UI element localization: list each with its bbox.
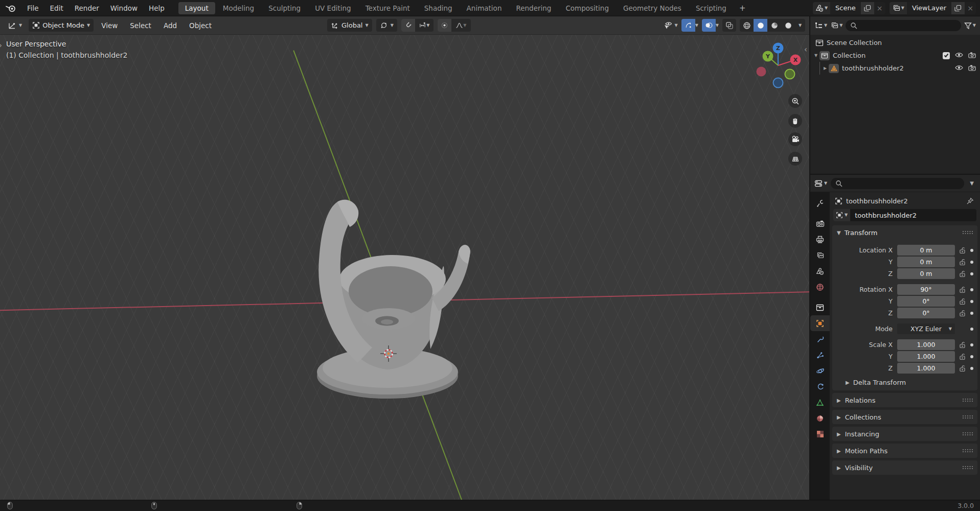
lock-toggle[interactable] xyxy=(959,341,967,349)
pivot-point-dropdown[interactable]: ▼ xyxy=(376,19,397,32)
location-y-input[interactable]: 0 m xyxy=(897,257,955,267)
tab-geometry-nodes[interactable]: Geometry Nodes xyxy=(617,2,688,14)
editor-type-button[interactable]: ▼ xyxy=(4,19,26,32)
chevron-down-icon[interactable]: ▼ xyxy=(695,24,698,28)
drag-grip-icon[interactable] xyxy=(962,415,973,419)
scale-y-input[interactable]: 1.000 xyxy=(897,351,955,362)
outliner-search-input[interactable] xyxy=(846,20,961,31)
lock-toggle[interactable] xyxy=(959,247,967,254)
gizmo-z-neg-axis[interactable] xyxy=(773,78,783,88)
shading-material-button[interactable] xyxy=(767,19,781,32)
snap-target-dropdown[interactable]: ▼ xyxy=(415,19,434,32)
tab-rendering[interactable]: Rendering xyxy=(509,2,558,14)
outliner-filter-button[interactable]: ▼ xyxy=(964,22,976,30)
xray-toggle[interactable] xyxy=(722,19,736,32)
tab-constraint-properties[interactable] xyxy=(810,379,830,394)
blender-logo-icon[interactable] xyxy=(5,4,16,13)
sidebar-expand-icon[interactable]: ‹ xyxy=(804,45,807,54)
proportional-falloff-dropdown[interactable]: ▼ xyxy=(451,19,471,32)
tab-shading[interactable]: Shading xyxy=(418,2,459,14)
animate-toggle[interactable] xyxy=(969,300,974,303)
scene-collection-label[interactable]: Scene Collection xyxy=(827,39,882,47)
tab-render-properties[interactable] xyxy=(810,216,830,231)
shading-dropdown[interactable]: ▼ xyxy=(795,19,805,32)
toggle-ortho-button[interactable] xyxy=(788,152,802,166)
object-label[interactable]: toothbrushholder2 xyxy=(842,64,904,72)
camera-view-button[interactable] xyxy=(788,132,802,146)
lock-toggle[interactable] xyxy=(959,286,967,293)
outliner-row-collection[interactable]: ▼ Collection xyxy=(810,49,980,62)
animate-toggle[interactable] xyxy=(969,355,974,358)
breadcrumb-object-name[interactable]: toothbrushholder2 xyxy=(846,197,908,205)
toothbrushholder-object[interactable] xyxy=(0,35,809,500)
tab-layout[interactable]: Layout xyxy=(178,2,215,14)
menu-add[interactable]: Add xyxy=(159,21,181,30)
shading-solid-button[interactable] xyxy=(754,19,767,32)
tab-texture-paint[interactable]: Texture Paint xyxy=(359,2,417,14)
drag-grip-icon[interactable] xyxy=(962,432,973,436)
lock-toggle[interactable] xyxy=(959,298,967,305)
location-z-input[interactable]: 0 m xyxy=(897,268,955,279)
tab-material-properties[interactable] xyxy=(810,410,830,426)
viewport-canvas[interactable]: User Perspective (1) Collection | toothb… xyxy=(0,35,809,500)
pan-button[interactable] xyxy=(788,114,802,128)
viewlayer-browse-button[interactable]: ▼ xyxy=(890,2,907,14)
object-id-browse-button[interactable]: ▼ xyxy=(833,209,850,221)
chevron-down-icon[interactable]: ▼ xyxy=(675,24,678,28)
outliner-row-object[interactable]: ▶ toothbrushholder2 xyxy=(810,62,980,75)
instancing-panel-header[interactable]: ▶ Instancing xyxy=(832,427,977,441)
object-name-input[interactable]: toothbrushholder2 xyxy=(850,209,976,221)
animate-toggle[interactable] xyxy=(969,343,974,346)
show-object-types-dropdown[interactable] xyxy=(661,19,675,32)
disclosure-open-icon[interactable]: ▼ xyxy=(812,53,819,58)
show-overlays-toggle[interactable] xyxy=(702,19,716,32)
scale-x-input[interactable]: 1.000 xyxy=(897,339,955,350)
tab-scene-properties[interactable] xyxy=(810,263,830,279)
editor-type-button[interactable]: ▼ xyxy=(814,179,827,188)
transform-orientation-dropdown[interactable]: Global ▼ xyxy=(327,19,372,32)
lock-toggle[interactable] xyxy=(959,310,967,317)
scene-browse-button[interactable]: ▼ xyxy=(813,2,830,14)
visibility-panel-header[interactable]: ▶ Visibility xyxy=(832,460,977,475)
menu-edit[interactable]: Edit xyxy=(44,2,69,14)
tab-particle-properties[interactable] xyxy=(810,347,830,363)
lock-toggle[interactable] xyxy=(959,365,967,372)
menu-render[interactable]: Render xyxy=(69,2,105,14)
lock-toggle[interactable] xyxy=(959,270,967,277)
outliner-row-scene-collection[interactable]: Scene Collection xyxy=(810,36,980,49)
animate-toggle[interactable] xyxy=(969,272,974,275)
navigation-gizmo[interactable]: Z Y X xyxy=(753,38,804,89)
tab-modifier-properties[interactable] xyxy=(810,331,830,347)
show-gizmo-toggle[interactable] xyxy=(681,19,695,32)
relations-panel-header[interactable]: ▶ Relations xyxy=(832,393,977,407)
tab-object-properties[interactable] xyxy=(810,315,830,331)
rotation-z-input[interactable]: 0° xyxy=(897,308,955,318)
tab-compositing[interactable]: Compositing xyxy=(559,2,616,14)
remove-viewlayer-button[interactable]: × xyxy=(965,2,976,14)
gizmo-y-neg-axis[interactable] xyxy=(785,69,795,79)
menu-view[interactable]: View xyxy=(97,21,122,30)
properties-search-input[interactable] xyxy=(831,178,964,189)
rotation-x-input[interactable]: 90° xyxy=(897,284,955,295)
tab-scripting[interactable]: Scripting xyxy=(689,2,733,14)
animate-toggle[interactable] xyxy=(969,288,974,291)
collections-panel-header[interactable]: ▶ Collections xyxy=(832,410,977,424)
drag-grip-icon[interactable] xyxy=(962,230,973,235)
pin-icon[interactable] xyxy=(966,197,974,205)
gizmo-x-neg-axis[interactable] xyxy=(757,67,766,77)
chevron-down-icon[interactable]: ▼ xyxy=(716,24,719,28)
animate-toggle[interactable] xyxy=(969,261,974,264)
add-workspace-button[interactable]: + xyxy=(734,2,751,14)
menu-file[interactable]: File xyxy=(21,2,44,14)
lock-toggle[interactable] xyxy=(959,353,967,360)
disable-in-renders-toggle[interactable] xyxy=(968,64,976,73)
proportional-editing-toggle[interactable] xyxy=(438,19,451,32)
tab-modeling[interactable]: Modeling xyxy=(216,2,261,14)
scene-name-field[interactable]: Scene xyxy=(830,2,861,14)
tab-object-data-properties[interactable] xyxy=(810,394,830,410)
transform-panel-header[interactable]: ▼ Transform xyxy=(832,225,977,240)
menu-help[interactable]: Help xyxy=(143,2,170,14)
tab-sculpting[interactable]: Sculpting xyxy=(262,2,307,14)
collection-label[interactable]: Collection xyxy=(833,52,865,59)
lock-toggle[interactable] xyxy=(959,259,967,266)
